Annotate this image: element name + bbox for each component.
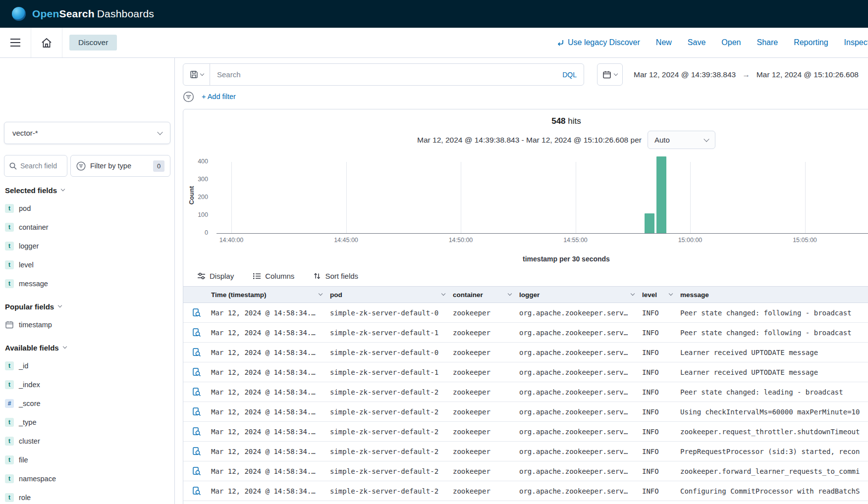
expand-document-button[interactable] <box>191 307 202 318</box>
sidebar-field-timestamp[interactable]: timestamp <box>0 315 174 334</box>
expand-document-button[interactable] <box>191 486 202 497</box>
query-language-button[interactable]: DQL <box>555 71 584 79</box>
field-type-text-icon: t <box>5 380 14 389</box>
column-header-pod[interactable]: pod <box>330 291 453 299</box>
home-button[interactable] <box>31 28 62 57</box>
x-axis-tick: 15:05:00 <box>783 237 827 244</box>
sidebar-field-logger[interactable]: t logger <box>0 237 174 255</box>
filter-circle-icon[interactable] <box>183 91 194 102</box>
menu-button[interactable] <box>0 28 31 57</box>
date-to[interactable]: Mar 12, 2024 @ 15:10:26.608 <box>757 70 859 79</box>
popular-fields-heading[interactable]: Popular fields <box>5 301 169 312</box>
filter-by-type-button[interactable]: Filter by type 0 <box>70 155 170 177</box>
new-link[interactable]: New <box>656 38 672 47</box>
nav-links: Use legacy Discover New Save Open Share … <box>556 28 868 57</box>
display-button[interactable]: Display <box>197 272 234 280</box>
sidebar-field-message[interactable]: t message <box>0 274 174 293</box>
sidebar-field-level[interactable]: t level <box>0 255 174 274</box>
table-row: Mar 12, 2024 @ 14:58:34.… simple-zk-serv… <box>183 442 868 461</box>
add-filter-button[interactable]: + Add filter <box>202 93 236 101</box>
column-header-container[interactable]: container <box>453 291 519 299</box>
sort-fields-button[interactable]: Sort fields <box>313 272 358 280</box>
chevron-down-icon <box>62 345 66 349</box>
expand-document-button[interactable] <box>191 406 202 417</box>
sidebar-field-file[interactable]: t file <box>0 451 174 469</box>
filter-count-badge: 0 <box>153 160 164 172</box>
results-table: Time (timestamp) pod container logger le… <box>183 286 868 501</box>
column-header-level[interactable]: level <box>642 291 680 299</box>
table-row: Mar 12, 2024 @ 14:58:34.… simple-zk-serv… <box>183 323 868 343</box>
cell-pod: simple-zk-server-default-2 <box>330 448 453 455</box>
sidebar-field-type[interactable]: t _type <box>0 413 174 432</box>
date-from[interactable]: Mar 12, 2024 @ 14:39:38.843 <box>634 70 736 79</box>
results-panel: 548 hits Mar 12, 2024 @ 14:39:38.843 - M… <box>183 109 868 504</box>
save-link[interactable]: Save <box>688 38 705 47</box>
sidebar-field-role[interactable]: t role <box>0 488 174 504</box>
cell-container: zookeeper <box>453 428 519 436</box>
cell-logger: org.apache.zookeeper.serv… <box>519 329 642 337</box>
calendar-icon <box>602 70 611 79</box>
histogram-bar[interactable] <box>645 213 654 233</box>
top-header: OpenSearchDashboards <box>0 0 868 28</box>
columns-button[interactable]: Columns <box>253 272 294 280</box>
expand-document-button[interactable] <box>191 347 202 358</box>
interval-select[interactable]: Auto <box>648 131 715 149</box>
field-search-row: Filter by type 0 <box>4 155 170 177</box>
breadcrumb-discover[interactable]: Discover <box>69 35 117 50</box>
available-fields-heading[interactable]: Available fields <box>5 342 169 353</box>
use-legacy-discover-link[interactable]: Use legacy Discover <box>556 38 640 47</box>
cell-message: Peer state changed: leading - broadcast <box>680 388 868 396</box>
expand-document-button[interactable] <box>191 327 202 338</box>
sidebar-field-namespace[interactable]: t namespace <box>0 469 174 488</box>
cell-pod: simple-zk-server-default-2 <box>330 467 453 475</box>
gridline <box>231 162 232 233</box>
datepicker-button[interactable] <box>597 63 623 86</box>
column-header-message[interactable]: message <box>680 291 868 299</box>
cell-level: INFO <box>642 329 680 337</box>
cell-container: zookeeper <box>453 388 519 396</box>
histogram: Count 010020030040014:40:0014:45:0014:50… <box>183 156 868 251</box>
app-root: OpenSearchDashboards Discover Use legacy… <box>0 0 868 504</box>
sidebar-field-id[interactable]: t _id <box>0 356 174 375</box>
cell-container: zookeeper <box>453 448 519 455</box>
chevron-down-icon <box>704 136 709 142</box>
x-axis-tick: 14:55:00 <box>553 237 598 244</box>
cell-time: Mar 12, 2024 @ 14:58:34.… <box>211 408 330 416</box>
expand-document-button[interactable] <box>191 446 202 457</box>
reporting-link[interactable]: Reporting <box>794 38 828 47</box>
gridline <box>690 162 691 233</box>
sidebar-field-index[interactable]: t _index <box>0 375 174 394</box>
open-link[interactable]: Open <box>721 38 741 47</box>
filter-by-type-label: Filter by type <box>90 162 131 170</box>
cell-message: Peer state changed: following - broadcas… <box>680 329 868 337</box>
expand-document-button[interactable] <box>191 387 202 398</box>
column-header-time[interactable]: Time (timestamp) <box>211 291 330 299</box>
app-title-search: Search <box>59 8 94 19</box>
field-type-text-icon: t <box>5 204 14 213</box>
histogram-bar[interactable] <box>656 156 666 233</box>
inspect-document-icon <box>192 427 202 437</box>
expand-document-button[interactable] <box>191 367 202 378</box>
share-link[interactable]: Share <box>757 38 778 47</box>
expand-document-button[interactable] <box>191 466 202 477</box>
field-name: file <box>19 456 28 464</box>
field-name: pod <box>19 204 31 212</box>
index-pattern-select[interactable]: vector-* <box>4 122 170 144</box>
selected-fields-heading[interactable]: Selected fields <box>5 184 169 196</box>
field-search-input[interactable] <box>20 162 57 170</box>
inspect-document-icon <box>192 328 202 338</box>
cell-logger: org.apache.zookeeper.serv… <box>519 368 642 376</box>
app-title-open: Open <box>32 8 59 19</box>
cell-container: zookeeper <box>453 329 519 337</box>
sidebar-field-pod[interactable]: t pod <box>0 199 174 218</box>
sidebar-field-score[interactable]: # _score <box>0 394 174 413</box>
sidebar-field-cluster[interactable]: t cluster <box>0 432 174 451</box>
inspect-document-icon <box>192 308 202 318</box>
x-axis-tick: 14:45:00 <box>324 237 369 244</box>
expand-document-button[interactable] <box>191 426 202 437</box>
search-query-input[interactable] <box>210 70 555 79</box>
column-header-logger[interactable]: logger <box>519 291 642 299</box>
inspect-link[interactable]: Inspect <box>844 38 868 47</box>
saved-query-button[interactable] <box>183 64 210 85</box>
sidebar-field-container[interactable]: t container <box>0 218 174 237</box>
